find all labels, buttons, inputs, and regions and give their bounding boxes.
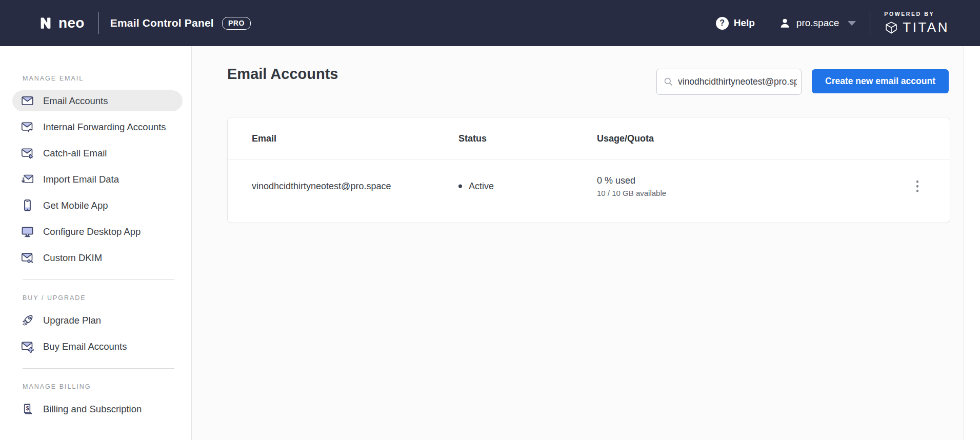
help-icon: ? xyxy=(716,17,729,30)
sidebar-item-import-email-data[interactable]: Import Email Data xyxy=(12,169,183,190)
column-header-status: Status xyxy=(458,133,487,144)
sidebar-divider xyxy=(23,368,174,369)
powered-by-titan: POWERED BY TITAN xyxy=(884,11,949,35)
sidebar-item-label: Email Accounts xyxy=(43,95,108,107)
envelope-icon xyxy=(21,94,34,108)
search-input[interactable] xyxy=(678,76,797,87)
sidebar-item-label: Billing and Subscription xyxy=(43,404,142,415)
usage-percent: 0 % used xyxy=(597,175,666,186)
header-divider xyxy=(870,11,870,35)
status-dot-icon xyxy=(458,185,462,188)
neo-logo-icon xyxy=(38,15,53,31)
sidebar-item-upgrade-plan[interactable]: Upgrade Plan xyxy=(12,310,183,331)
envelope-plus-icon xyxy=(21,339,34,353)
plan-badge: PRO xyxy=(222,17,251,30)
usage-available: 10 / 10 GB available xyxy=(597,189,666,197)
sidebar: MANAGE EMAIL Email Accounts xyxy=(0,46,192,440)
user-icon xyxy=(778,17,791,30)
search-box xyxy=(656,69,802,95)
neo-logo-text: neo xyxy=(58,15,85,31)
account-menu[interactable]: pro.space xyxy=(778,17,856,30)
desktop-monitor-icon xyxy=(21,225,34,238)
sidebar-item-label: Get Mobile App xyxy=(43,200,108,211)
page-title: Email Accounts xyxy=(227,66,338,83)
section-label-manage-email: MANAGE EMAIL xyxy=(23,75,183,82)
sidebar-item-label: Configure Desktop App xyxy=(43,226,141,237)
help-label: Help xyxy=(734,17,755,29)
sidebar-item-custom-dkim[interactable]: Custom DKIM xyxy=(12,247,183,268)
chevron-down-icon xyxy=(848,21,856,26)
section-label-manage-billing: MANAGE BILLING xyxy=(23,383,183,390)
titan-logo-icon xyxy=(884,21,898,35)
mobile-phone-icon xyxy=(21,198,34,212)
status-label: Active xyxy=(469,181,494,192)
sidebar-item-billing-and-subscription[interactable]: $ Billing and Subscription xyxy=(12,398,183,419)
table-header: Email Status Usage/Quota xyxy=(228,117,950,159)
section-label-buy-upgrade: BUY / UPGRADE xyxy=(23,294,183,302)
row-status: Active xyxy=(458,181,494,192)
search-icon xyxy=(664,77,673,87)
envelope-gear-icon xyxy=(21,146,34,160)
sidebar-item-label: Catch-all Email xyxy=(43,148,107,159)
powered-by-label: POWERED BY xyxy=(884,11,949,17)
create-email-account-button[interactable]: Create new email account xyxy=(812,69,949,93)
row-actions-kebab-icon[interactable] xyxy=(912,177,924,196)
row-usage-quota: 0 % used 10 / 10 GB available xyxy=(597,175,666,197)
main-content: Email Accounts Create new email account … xyxy=(192,46,980,440)
app-root: neo Email Control Panel PRO ? Help pro.s… xyxy=(0,0,980,440)
sidebar-item-label: Internal Forwarding Accounts xyxy=(43,122,166,133)
sidebar-item-get-mobile-app[interactable]: Get Mobile App xyxy=(12,195,183,216)
table-row: vinodhcidthirtyneotest@pro.space Active … xyxy=(228,159,950,223)
sidebar-item-internal-forwarding-accounts[interactable]: Internal Forwarding Accounts xyxy=(12,116,183,137)
row-email: vinodhcidthirtyneotest@pro.space xyxy=(252,181,391,192)
sidebar-item-label: Import Email Data xyxy=(43,174,119,185)
svg-text:$: $ xyxy=(26,405,29,411)
sidebar-item-label: Custom DKIM xyxy=(43,252,102,264)
sidebar-item-label: Buy Email Accounts xyxy=(43,341,127,352)
envelope-key-icon xyxy=(21,251,34,265)
sidebar-item-buy-email-accounts[interactable]: Buy Email Accounts xyxy=(12,336,183,357)
app-title: Email Control Panel xyxy=(110,17,214,29)
titan-logo-text: TITAN xyxy=(903,19,949,35)
help-button[interactable]: ? Help xyxy=(716,17,755,30)
sidebar-item-email-accounts[interactable]: Email Accounts xyxy=(12,90,183,111)
sidebar-divider xyxy=(23,279,174,280)
sidebar-item-catch-all-email[interactable]: Catch-all Email xyxy=(12,143,183,164)
envelope-import-icon xyxy=(21,172,34,186)
account-label: pro.space xyxy=(796,17,839,29)
column-header-email: Email xyxy=(252,133,276,144)
top-header: neo Email Control Panel PRO ? Help pro.s… xyxy=(0,0,980,46)
scrollbar-track[interactable] xyxy=(963,46,980,440)
neo-logo[interactable]: neo xyxy=(38,15,85,31)
sidebar-item-configure-desktop-app[interactable]: Configure Desktop App xyxy=(12,221,183,242)
rocket-icon xyxy=(21,313,34,327)
page-body: MANAGE EMAIL Email Accounts xyxy=(0,46,980,440)
sidebar-item-label: Upgrade Plan xyxy=(43,315,101,326)
envelope-forward-icon xyxy=(21,120,34,134)
email-accounts-card: Email Status Usage/Quota vinodhcidthirty… xyxy=(227,117,950,223)
header-divider xyxy=(98,12,99,34)
column-header-usage-quota: Usage/Quota xyxy=(597,133,654,144)
billing-receipt-icon: $ xyxy=(21,402,34,416)
